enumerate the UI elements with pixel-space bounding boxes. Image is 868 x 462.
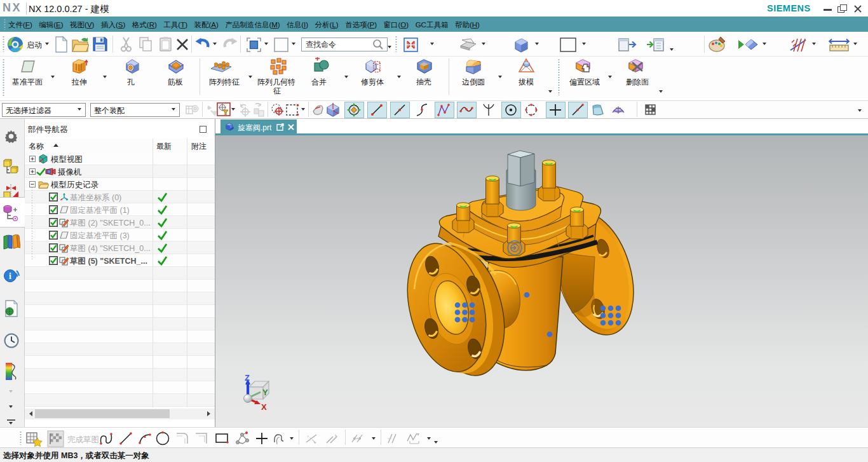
svg-text:X: X bbox=[261, 402, 267, 412]
svg-text:i: i bbox=[9, 271, 11, 281]
svg-text:Y: Y bbox=[262, 388, 268, 397]
svg-text:Z: Z bbox=[245, 373, 250, 383]
